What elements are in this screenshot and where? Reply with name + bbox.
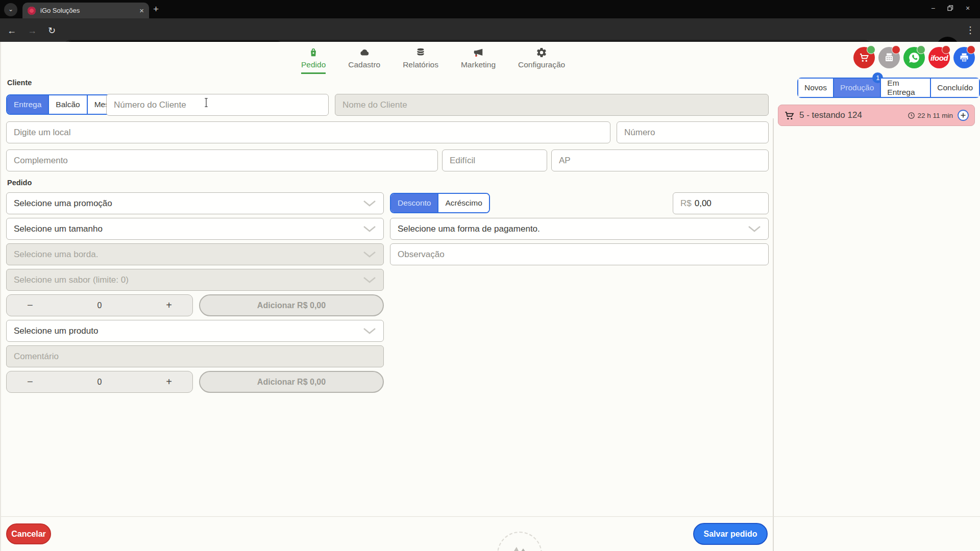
footer-divider	[1, 516, 980, 517]
add-flavor-button[interactable]: Adicionar R$ 0,00	[199, 294, 384, 316]
payment-placeholder: Selecione uma forma de pagamento.	[398, 224, 540, 234]
currency-prefix: R$	[680, 198, 692, 209]
clock-icon	[908, 112, 915, 119]
cart-button[interactable]	[853, 47, 875, 68]
order-section-title: Pedido	[7, 179, 32, 187]
adjust-type-acrescimo[interactable]: Acréscimo	[438, 194, 488, 212]
nav-item-relatorios[interactable]: Relatórios	[403, 47, 438, 74]
elapsed-time-label: 22 h 11 min	[917, 112, 953, 119]
amount-value: 0,00	[695, 198, 712, 209]
product-placeholder: Selecione um produto	[14, 326, 98, 336]
minus-button[interactable]: −	[27, 299, 33, 311]
window-minimize-button[interactable]: −	[931, 4, 935, 12]
size-select[interactable]: Selecione um tamanho	[6, 218, 384, 240]
whatsapp-button[interactable]	[903, 47, 925, 68]
tab-novos[interactable]: Novos	[798, 79, 834, 97]
customer-name-input	[335, 94, 769, 116]
nav-label: Marketing	[461, 60, 496, 69]
window-close-button[interactable]: ×	[966, 4, 970, 12]
ifood-button[interactable]: ifood	[928, 47, 950, 68]
plus-button[interactable]: +	[166, 299, 172, 311]
app-window: ⌄ iGo Soluções × + − × ← → ↻ i ⋮	[0, 0, 980, 551]
adjust-type-desconto[interactable]: Desconto	[391, 194, 438, 212]
chevron-down-icon	[363, 226, 376, 233]
tab-em-entrega[interactable]: Em Entrega	[881, 79, 931, 97]
cash-register-button[interactable]	[878, 47, 900, 68]
order-type-entrega[interactable]: Entrega	[7, 95, 49, 114]
forward-icon[interactable]: →	[28, 26, 37, 36]
nav-item-cadastro[interactable]: Cadastro	[348, 47, 380, 74]
crust-placeholder: Selecione uma borda.	[14, 249, 98, 260]
tab-label: Novos	[804, 83, 827, 92]
minus-button[interactable]: −	[27, 376, 33, 388]
reload-icon[interactable]: ↻	[48, 26, 56, 36]
tab-search-button[interactable]: ⌄	[4, 3, 17, 16]
ifood-badge	[942, 45, 950, 54]
order-card[interactable]: 5 - testando 124 22 h 11 min	[778, 105, 975, 126]
quantity-value: 0	[97, 378, 102, 387]
tab-title: iGo Soluções	[40, 7, 135, 14]
browser-menu-icon[interactable]: ⋮	[966, 25, 975, 35]
add-product-button[interactable]: Adicionar R$ 0,00	[199, 371, 384, 393]
site-favicon-icon	[28, 7, 36, 15]
nav-label: Pedido	[301, 60, 326, 69]
flavor-select: Selecione um sabor (limite: 0)	[6, 269, 384, 291]
observation-input[interactable]	[390, 243, 769, 265]
nav-item-pedido[interactable]: Pedido	[301, 47, 326, 74]
adjust-type-toggle: Desconto Acréscimo	[390, 193, 490, 213]
megaphone-icon	[473, 47, 484, 58]
cancel-button[interactable]: Cancelar	[6, 523, 51, 544]
panel-divider	[773, 118, 774, 551]
cloud-icon	[359, 47, 370, 58]
new-tab-button[interactable]: +	[153, 4, 159, 15]
database-icon	[415, 47, 426, 58]
plus-button[interactable]: +	[166, 376, 172, 388]
apartment-input[interactable]	[551, 149, 769, 171]
payment-select[interactable]: Selecione uma forma de pagamento.	[390, 218, 769, 240]
flavor-placeholder: Selecione um sabor (limite: 0)	[14, 275, 129, 285]
quantity-value: 0	[97, 301, 102, 310]
save-order-button[interactable]: Salvar pedido	[693, 523, 768, 545]
gear-icon	[536, 47, 547, 58]
promotion-placeholder: Selecione uma promoção	[14, 198, 112, 209]
expand-order-icon[interactable]	[957, 109, 969, 121]
complement-input[interactable]	[6, 149, 438, 171]
promotion-select[interactable]: Selecione uma promoção	[6, 192, 384, 214]
page-content: Pedido Cadastro Relatórios	[0, 42, 980, 551]
cart-badge	[867, 45, 875, 54]
nav-label: Cadastro	[348, 60, 380, 69]
address-input[interactable]	[6, 121, 610, 143]
brand-watermark	[497, 532, 542, 551]
chevron-down-icon	[363, 251, 376, 258]
crust-select: Selecione uma borda.	[6, 243, 384, 265]
product-select[interactable]: Selecione um produto	[6, 320, 384, 342]
tab-label: Produção	[840, 83, 874, 92]
nav-item-marketing[interactable]: Marketing	[461, 47, 496, 74]
tab-concluido[interactable]: Concluído	[931, 79, 979, 97]
building-input[interactable]	[442, 149, 547, 171]
comment-input	[6, 345, 384, 367]
order-type-balcao[interactable]: Balcão	[49, 95, 87, 114]
tab-label: Em Entrega	[887, 79, 924, 97]
ifood-logo: ifood	[930, 54, 948, 62]
window-restore-button[interactable]	[947, 5, 953, 13]
address-number-input[interactable]	[617, 121, 769, 143]
main-nav: Pedido Cadastro Relatórios	[301, 47, 565, 74]
tab-label: Concluído	[937, 83, 973, 92]
size-placeholder: Selecione um tamanho	[14, 224, 103, 234]
nav-item-configuracao[interactable]: Configuração	[518, 47, 565, 74]
chevron-down-icon	[363, 277, 376, 284]
chevron-down-icon	[363, 200, 376, 207]
browser-tab[interactable]: iGo Soluções ×	[22, 3, 149, 18]
customer-number-input[interactable]	[106, 94, 329, 116]
order-card-title: 5 - testando 124	[799, 110, 862, 120]
chevron-down-icon	[363, 328, 376, 335]
order-type-toggle: Entrega Balcão Mesa	[6, 94, 121, 115]
printer-button[interactable]	[953, 47, 975, 68]
text-cursor	[204, 98, 209, 107]
chevron-down-icon	[748, 226, 761, 233]
back-icon[interactable]: ←	[7, 26, 16, 36]
tab-producao[interactable]: Produção 1	[834, 79, 881, 97]
adjust-amount-input[interactable]: R$ 0,00	[673, 192, 769, 214]
tab-close-icon[interactable]: ×	[139, 7, 144, 14]
